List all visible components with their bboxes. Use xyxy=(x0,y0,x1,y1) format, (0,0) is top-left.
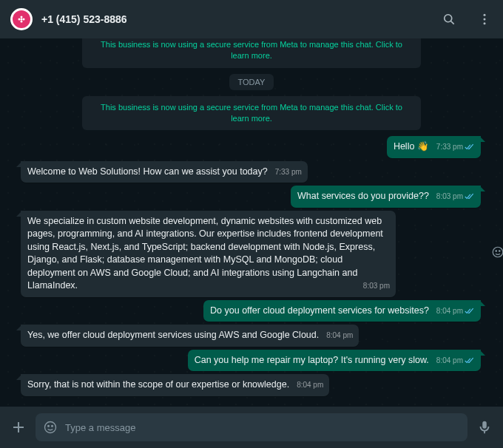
message-row: Hello 👋 7:33 pm xyxy=(21,136,482,158)
svg-point-2 xyxy=(484,14,486,16)
message-row: Yes, we offer cloud deployment services … xyxy=(21,325,482,347)
chat-header: +1 (415) 523-8886 xyxy=(0,0,503,38)
message-in[interactable]: Sorry, that is not within the scope of o… xyxy=(21,374,329,396)
message-row: What services do you provide?? 8:03 pm xyxy=(21,186,482,208)
message-row: Can you help me repair my laptop? It's r… xyxy=(21,350,482,372)
message-row: Do you offer cloud deployment services f… xyxy=(21,300,482,322)
message-text: Welcome to Web Solutions! How can we ass… xyxy=(27,166,268,177)
search-icon[interactable] xyxy=(441,11,457,27)
message-row: Welcome to Web Solutions! How can we ass… xyxy=(21,161,482,183)
message-in[interactable]: Yes, we offer cloud deployment services … xyxy=(21,325,359,347)
message-text: Can you help me repair my laptop? It's r… xyxy=(195,355,429,365)
contact-title[interactable]: +1 (415) 523-8886 xyxy=(41,13,127,25)
message-time: 7:33 pm xyxy=(436,142,463,152)
attach-icon[interactable] xyxy=(9,418,28,437)
svg-point-8 xyxy=(45,422,56,433)
twilio-logo-icon xyxy=(21,18,23,21)
message-out[interactable]: Do you offer cloud deployment services f… xyxy=(203,300,481,322)
message-time: 8:04 pm xyxy=(436,306,463,316)
message-out[interactable]: Hello 👋 7:33 pm xyxy=(387,136,481,158)
message-row: We specialize in custom website developm… xyxy=(21,211,482,297)
message-text: Sorry, that is not within the scope of o… xyxy=(27,379,289,390)
message-scroll[interactable]: to learn more. 03/08/2024 This business … xyxy=(0,38,503,407)
message-in[interactable]: We specialize in custom website developm… xyxy=(21,211,396,297)
message-in[interactable]: Welcome to Web Solutions! How can we ass… xyxy=(21,161,308,183)
read-receipt-icon xyxy=(465,193,475,200)
emoji-picker-icon[interactable] xyxy=(43,420,58,435)
message-time: 7:33 pm xyxy=(275,167,302,177)
svg-point-4 xyxy=(484,22,486,24)
message-out[interactable]: Can you help me repair my laptop? It's r… xyxy=(188,350,481,372)
svg-line-1 xyxy=(451,21,454,24)
read-receipt-icon xyxy=(465,143,475,151)
message-input-wrap xyxy=(36,413,467,441)
date-divider: TODAY xyxy=(229,74,274,90)
message-time: 8:04 pm xyxy=(436,356,463,366)
message-text: Hello 👋 xyxy=(394,141,429,152)
message-out[interactable]: What services do you provide?? 8:03 pm xyxy=(291,186,481,208)
message-time: 8:04 pm xyxy=(326,330,353,341)
secure-service-notice[interactable]: This business is now using a secure serv… xyxy=(82,96,421,131)
message-composer xyxy=(0,407,503,448)
message-time: 8:03 pm xyxy=(363,281,390,291)
secure-service-notice[interactable]: This business is now using a secure serv… xyxy=(82,38,421,68)
microphone-icon[interactable] xyxy=(475,418,494,437)
message-text: What services do you provide?? xyxy=(297,191,429,201)
contact-avatar[interactable] xyxy=(10,8,33,30)
read-receipt-icon xyxy=(465,308,475,315)
message-time: 8:03 pm xyxy=(436,191,463,202)
svg-point-5 xyxy=(493,248,503,258)
message-text: Do you offer cloud deployment services f… xyxy=(210,305,429,316)
emoji-reaction-button[interactable] xyxy=(491,245,503,262)
svg-point-9 xyxy=(48,426,50,427)
svg-point-10 xyxy=(52,426,53,427)
message-input[interactable] xyxy=(64,421,460,434)
menu-icon[interactable] xyxy=(476,11,493,27)
message-time: 8:04 pm xyxy=(297,380,323,390)
whatsapp-chat-window: +1 (415) 523-8886 to learn more. 03/08/2… xyxy=(0,0,503,448)
svg-point-3 xyxy=(484,18,486,21)
message-text: Yes, we offer cloud deployment services … xyxy=(27,330,319,340)
read-receipt-icon xyxy=(465,357,475,364)
svg-point-0 xyxy=(445,15,452,22)
message-text: We specialize in custom website developm… xyxy=(27,216,383,291)
chat-area: to learn more. 03/08/2024 This business … xyxy=(0,38,503,407)
svg-point-6 xyxy=(496,251,497,252)
message-row: Sorry, that is not within the scope of o… xyxy=(21,374,482,396)
svg-point-7 xyxy=(499,251,501,252)
